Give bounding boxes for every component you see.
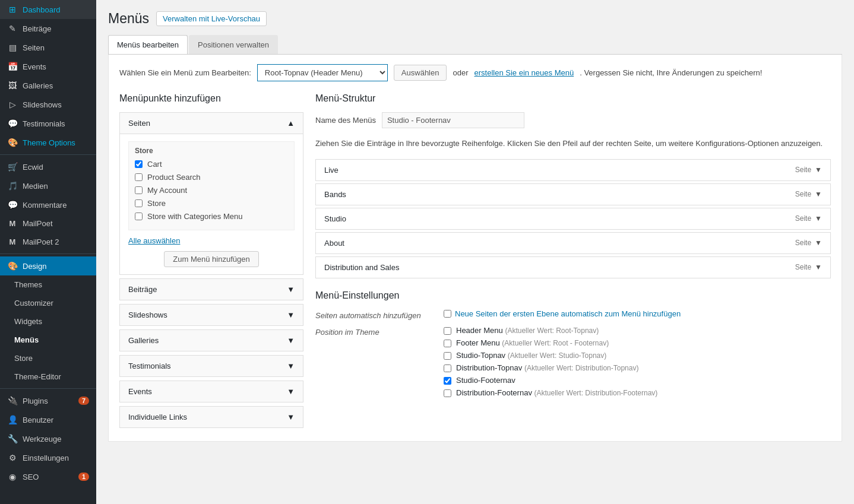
menu-select-dropdown[interactable]: Root-Topnav (Header Menu) [257, 64, 388, 81]
accordion-header-galleries[interactable]: Galleries ▼ [120, 330, 303, 351]
position-distribution-topnav-current: (Aktueller Wert: Distribution-Topnav) [524, 364, 639, 372]
sidebar-item-mailpoet2[interactable]: M MailPoet 2 [0, 233, 96, 251]
auswahlen-button[interactable]: Auswählen [394, 65, 447, 81]
add-to-menu-button[interactable]: Zum Menü hinzufügen [164, 251, 258, 267]
sidebar-item-beitraege[interactable]: ✎ Beiträge [0, 19, 96, 38]
accordion-chevron-individuelle-links: ▼ [287, 413, 295, 421]
mailpoet-icon: M [7, 219, 18, 228]
main-content: Menüs Verwalten mit Live-Vorschau Menüs … [96, 0, 854, 504]
sidebar-item-slideshows[interactable]: ▷ Slideshows [0, 95, 96, 114]
accordion-label-slideshows: Slideshows [128, 310, 167, 319]
sidebar-item-mailpoet[interactable]: M MailPoet [0, 214, 96, 233]
sidebar-label-mailpoet: MailPoet [23, 219, 53, 228]
menu-item-distribution[interactable]: Distribution and Sales Seite ▼ [315, 256, 831, 278]
accordion-header-events[interactable]: Events ▼ [120, 381, 303, 402]
sidebar-item-werkzeuge[interactable]: 🔧 Werkzeuge [0, 429, 96, 448]
sidebar-item-benutzer[interactable]: 👤 Benutzer [0, 410, 96, 429]
sidebar-label-beitraege: Beiträge [23, 24, 51, 33]
position-distribution-topnav-input[interactable] [444, 364, 451, 372]
checkbox-product-search-input[interactable] [135, 173, 143, 181]
galleries-icon: 🖼 [7, 81, 18, 90]
store-subsection-label: Store [135, 147, 288, 155]
sidebar-item-kommentare[interactable]: 💬 Kommentare [0, 195, 96, 214]
position-studio-topnav-label: Studio-Topnav [456, 351, 505, 360]
accordion-seiten: Seiten ▲ Store Cart [119, 112, 303, 275]
sidebar-label-mailpoet2: MailPoet 2 [23, 237, 59, 246]
sidebar-label-medien: Medien [23, 182, 48, 191]
accordion-header-slideshows[interactable]: Slideshows ▼ [120, 305, 303, 325]
seo-badge: 1 [78, 473, 89, 481]
accordion-header-testimonials[interactable]: Testimonials ▼ [120, 356, 303, 376]
sidebar-item-einstellungen[interactable]: ⚙ Einstellungen [0, 448, 96, 467]
tab-bearbeiten[interactable]: Menüs bearbeiten [108, 35, 188, 54]
sidebar-label-theme-options: Theme Options [23, 138, 75, 147]
menu-item-about-type: Seite ▼ [795, 239, 822, 247]
position-footer-menu-label: Footer Menu [456, 338, 500, 347]
sidebar-item-seiten[interactable]: ▤ Seiten [0, 38, 96, 57]
accordion-header-seiten[interactable]: Seiten ▲ [120, 113, 303, 134]
position-header-menu-input[interactable] [444, 327, 451, 335]
checkbox-my-account-input[interactable] [135, 186, 143, 194]
menu-item-studio-chevron[interactable]: ▼ [815, 214, 822, 223]
accordion-header-beitraege[interactable]: Beiträge ▼ [120, 279, 303, 300]
beitraege-icon: ✎ [7, 24, 18, 33]
menu-item-bands-label: Bands [324, 190, 346, 199]
sidebar-item-menues[interactable]: Menüs [0, 331, 96, 349]
position-header-menu: Header Menu (Aktueller Wert: Root-Topnav… [444, 326, 831, 335]
auto-add-value: Neue Seiten der ersten Ebene automatisch… [444, 309, 831, 318]
checkbox-cart: Cart [135, 160, 288, 169]
menu-item-bands-chevron[interactable]: ▼ [815, 190, 822, 198]
menu-item-bands[interactable]: Bands Seite ▼ [315, 183, 831, 205]
sidebar-item-theme-options[interactable]: 🎨 Theme Options [0, 133, 96, 152]
settings-grid: Seiten automatisch hinzufügen Neue Seite… [315, 309, 831, 401]
position-studio-footernav-input[interactable] [444, 377, 451, 385]
position-footer-menu-input[interactable] [444, 340, 451, 347]
tab-positionen[interactable]: Positionen verwalten [189, 35, 278, 54]
checkbox-store-input[interactable] [135, 199, 143, 207]
auto-add-checkbox[interactable] [444, 310, 451, 318]
auto-add-text: Neue Seiten der ersten Ebene automatisch… [455, 309, 681, 318]
checkbox-cart-input[interactable] [135, 160, 143, 168]
menu-item-distribution-chevron[interactable]: ▼ [815, 263, 822, 271]
sidebar-item-store-sub[interactable]: Store [0, 349, 96, 367]
sidebar-item-events[interactable]: 📅 Events [0, 57, 96, 76]
sidebar-item-testimonials[interactable]: 💬 Testimonials [0, 114, 96, 133]
sidebar-item-ecwid[interactable]: 🛒 Ecwid [0, 157, 96, 176]
checkbox-store-categories-input[interactable] [135, 213, 143, 220]
checkbox-store-label: Store [147, 199, 166, 208]
position-label: Position im Theme [315, 326, 434, 337]
menu-item-about-chevron[interactable]: ▼ [815, 239, 822, 247]
create-menu-link[interactable]: erstellen Sie ein neues Menü [475, 68, 574, 77]
menu-settings-title: Menü-Einstellungen [315, 290, 831, 301]
select-all-link[interactable]: Alle auswählen [128, 236, 295, 245]
seiten-icon: ▤ [7, 43, 18, 52]
sidebar-item-seo[interactable]: ◉ SEO 1 [0, 467, 96, 486]
sidebar-label-themes: Themes [14, 280, 42, 289]
menu-name-input[interactable]: Studio - Footernav [382, 112, 524, 128]
sidebar-item-customizer[interactable]: Customizer [0, 294, 96, 312]
sidebar-label-store-sub: Store [14, 354, 33, 363]
menu-item-studio[interactable]: Studio Seite ▼ [315, 208, 831, 230]
position-footer-menu: Footer Menu (Aktueller Wert: Root - Foot… [444, 338, 831, 347]
menu-item-about-label: About [324, 239, 344, 248]
sidebar-item-theme-editor[interactable]: Theme-Editor [0, 367, 96, 386]
manage-preview-button[interactable]: Verwalten mit Live-Vorschau [156, 11, 267, 26]
menu-item-live-chevron[interactable]: ▼ [815, 166, 822, 174]
menu-item-live[interactable]: Live Seite ▼ [315, 159, 831, 181]
position-distribution-footernav-input[interactable] [444, 389, 451, 397]
sidebar-item-widgets[interactable]: Widgets [0, 312, 96, 331]
sidebar-item-galleries[interactable]: 🖼 Galleries [0, 76, 96, 95]
menu-item-about[interactable]: About Seite ▼ [315, 232, 831, 254]
accordion-header-individuelle-links[interactable]: Individuelle Links ▼ [120, 407, 303, 427]
sidebar-item-design[interactable]: 🎨 Design [0, 256, 96, 275]
sidebar-item-medien[interactable]: 🎵 Medien [0, 176, 96, 195]
sidebar-item-themes[interactable]: Themes [0, 275, 96, 294]
select-menu-label: Wählen Sie ein Menü zum Bearbeiten: [119, 68, 251, 77]
sidebar-label-seiten: Seiten [23, 43, 45, 52]
accordion-beitraege: Beiträge ▼ [119, 278, 303, 300]
sidebar-label-dashboard: Dashboard [23, 5, 61, 14]
sidebar-item-plugins[interactable]: 🔌 Plugins 7 [0, 391, 96, 410]
position-studio-topnav-input[interactable] [444, 352, 451, 360]
sidebar-item-dashboard[interactable]: ⊞ Dashboard [0, 0, 96, 19]
sidebar-label-benutzer: Benutzer [23, 416, 53, 424]
